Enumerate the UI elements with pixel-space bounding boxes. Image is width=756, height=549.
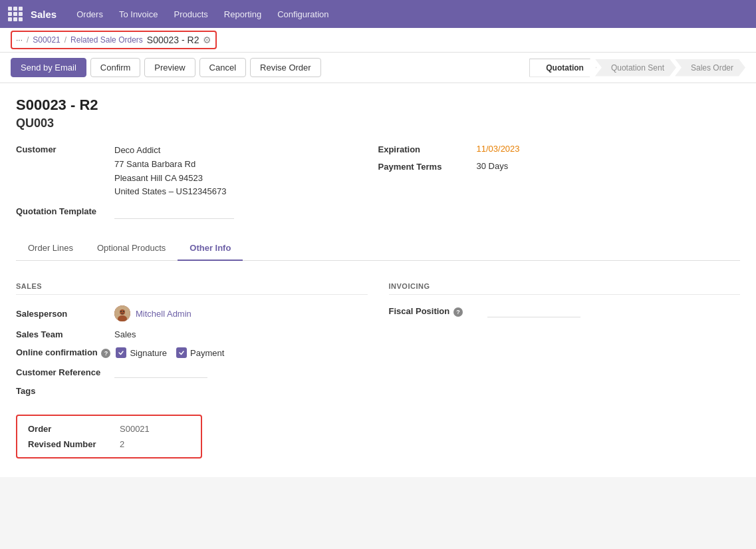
customer-address3[interactable]: United States – US12345673 xyxy=(114,185,226,199)
apps-menu-icon[interactable] xyxy=(8,7,23,21)
customer-reference-row: Customer Reference xyxy=(16,366,368,378)
signature-checkbox[interactable]: Signature xyxy=(116,347,167,358)
breadcrumb-dots[interactable]: ··· xyxy=(16,35,23,45)
salesperson-avatar xyxy=(114,305,130,321)
quotation-template-label: Quotation Template xyxy=(16,206,109,216)
online-confirmation-help-icon[interactable]: ? xyxy=(101,349,110,358)
sales-section-title: SALES xyxy=(16,282,368,295)
form-grid: Customer Deco Addict 77 Santa Barbara Rd… xyxy=(16,144,740,226)
salesperson-value[interactable]: Mitchell Admin xyxy=(136,309,191,319)
order-field-value: S00021 xyxy=(120,424,150,434)
breadcrumb-separator: / xyxy=(27,35,29,45)
nav-products[interactable]: Products xyxy=(167,0,214,28)
breadcrumb-bar: ··· / S00021 / Related Sale Orders S0002… xyxy=(0,28,756,53)
expiration-label: Expiration xyxy=(378,144,471,154)
customer-reference-label: Customer Reference xyxy=(16,367,109,377)
nav-orders[interactable]: Orders xyxy=(70,0,110,28)
form-right-column: Expiration 11/03/2023 Payment Terms 30 D… xyxy=(378,144,741,226)
payment-terms-label: Payment Terms xyxy=(378,161,471,172)
online-confirmation-row: Online confirmation ? Signature xyxy=(16,347,368,358)
svg-point-3 xyxy=(120,311,122,312)
sales-team-row: Sales Team Sales xyxy=(16,329,368,339)
customer-label: Customer xyxy=(16,144,109,154)
online-confirmation-label: Online confirmation ? xyxy=(16,347,110,358)
payment-terms-field: Payment Terms 30 Days xyxy=(378,161,741,172)
invoicing-section-title: INVOICING xyxy=(389,282,741,295)
payment-checkbox-box[interactable] xyxy=(176,347,187,358)
sales-team-value[interactable]: Sales xyxy=(114,329,136,339)
fiscal-position-label: Fiscal Position ? xyxy=(389,306,482,317)
send-by-email-button[interactable]: Send by Email xyxy=(11,58,86,77)
tab-order-lines[interactable]: Order Lines xyxy=(16,236,85,261)
expiration-field: Expiration 11/03/2023 xyxy=(378,144,741,154)
invoicing-section: INVOICING Fiscal Position ? xyxy=(389,282,741,458)
breadcrumb-separator2: / xyxy=(64,35,66,45)
payment-checkbox[interactable]: Payment xyxy=(176,347,224,358)
form-left-column: Customer Deco Addict 77 Santa Barbara Rd… xyxy=(16,144,378,226)
section-divider: SALES Salesperson Mitchell Admin xyxy=(16,282,740,458)
expiration-value[interactable]: 11/03/2023 xyxy=(477,144,520,154)
confirm-button[interactable]: Confirm xyxy=(90,58,141,77)
pipeline-quotation-sent[interactable]: Quotation Sent xyxy=(595,59,676,77)
customer-address1: 77 Santa Barbara Rd xyxy=(114,158,226,172)
revised-number-value: 2 xyxy=(120,439,124,449)
other-info-tab-content: SALES Salesperson Mitchell Admin xyxy=(16,277,740,464)
preview-button[interactable]: Preview xyxy=(144,58,195,77)
breadcrumb-parent[interactable]: S00021 xyxy=(33,35,60,45)
sales-section: SALES Salesperson Mitchell Admin xyxy=(16,282,368,458)
tab-other-info[interactable]: Other Info xyxy=(178,236,243,261)
customer-name[interactable]: Deco Addict xyxy=(114,144,226,158)
salesperson-row: Salesperson Mitchell Admin xyxy=(16,305,368,321)
tags-label: Tags xyxy=(16,386,109,396)
confirmation-checkboxes: Signature Payment xyxy=(116,347,224,358)
customer-address2: Pleasant Hill CA 94523 xyxy=(114,172,226,186)
customer-reference-value[interactable] xyxy=(114,366,207,378)
breadcrumb-related[interactable]: Related Sale Orders xyxy=(70,35,143,45)
quotation-template-value[interactable] xyxy=(114,206,234,219)
customer-field: Customer Deco Addict 77 Santa Barbara Rd… xyxy=(16,144,378,199)
cancel-button[interactable]: Cancel xyxy=(199,58,246,77)
salesperson-label: Salesperson xyxy=(16,309,109,319)
revised-number-field: Revised Number 2 xyxy=(28,439,190,449)
sales-team-label: Sales Team xyxy=(16,329,109,339)
top-navigation: Sales Orders To Invoice Products Reporti… xyxy=(0,0,756,28)
payment-label: Payment xyxy=(190,348,224,358)
nav-configuration[interactable]: Configuration xyxy=(271,0,335,28)
payment-terms-value[interactable]: 30 Days xyxy=(477,161,509,171)
breadcrumb-current: S00023 - R2 ⚙ xyxy=(147,33,212,47)
revise-order-button[interactable]: Revise Order xyxy=(250,58,321,77)
nav-reporting[interactable]: Reporting xyxy=(217,0,268,28)
revision-info-box: Order S00021 Revised Number 2 xyxy=(16,415,202,458)
customer-value: Deco Addict 77 Santa Barbara Rd Pleasant… xyxy=(114,144,226,199)
tags-row: Tags xyxy=(16,386,368,396)
svg-point-4 xyxy=(123,311,124,312)
tabs: Order Lines Optional Products Other Info xyxy=(16,236,740,261)
signature-label: Signature xyxy=(130,348,167,358)
pipeline-quotation[interactable]: Quotation xyxy=(529,59,596,77)
main-content: S00023 - R2 QU003 Customer Deco Addict 7… xyxy=(0,83,756,477)
breadcrumb-current-title: S00023 - R2 xyxy=(147,35,199,45)
order-field: Order S00021 xyxy=(28,424,190,434)
fiscal-position-help-icon[interactable]: ? xyxy=(453,307,463,317)
record-title: S00023 - R2 xyxy=(16,96,740,114)
fiscal-position-value[interactable] xyxy=(487,305,580,317)
signature-checkbox-box[interactable] xyxy=(116,347,126,358)
breadcrumb-top: ··· / S00021 / Related Sale Orders xyxy=(16,35,143,45)
order-field-label: Order xyxy=(28,424,114,434)
pipeline-sales-order[interactable]: Sales Order xyxy=(675,59,745,77)
tab-optional-products[interactable]: Optional Products xyxy=(85,236,178,261)
fiscal-position-row: Fiscal Position ? xyxy=(389,305,741,317)
status-pipeline: Quotation Quotation Sent Sales Order xyxy=(529,59,745,77)
record-subtitle: QU003 xyxy=(16,116,740,130)
nav-to-invoice[interactable]: To Invoice xyxy=(112,0,165,28)
action-bar: Send by Email Confirm Preview Cancel Rev… xyxy=(0,53,756,83)
brand-label[interactable]: Sales xyxy=(31,9,57,20)
settings-gear-icon[interactable]: ⚙ xyxy=(203,35,211,45)
revised-number-label: Revised Number xyxy=(28,439,114,449)
quotation-template-field: Quotation Template xyxy=(16,206,378,219)
